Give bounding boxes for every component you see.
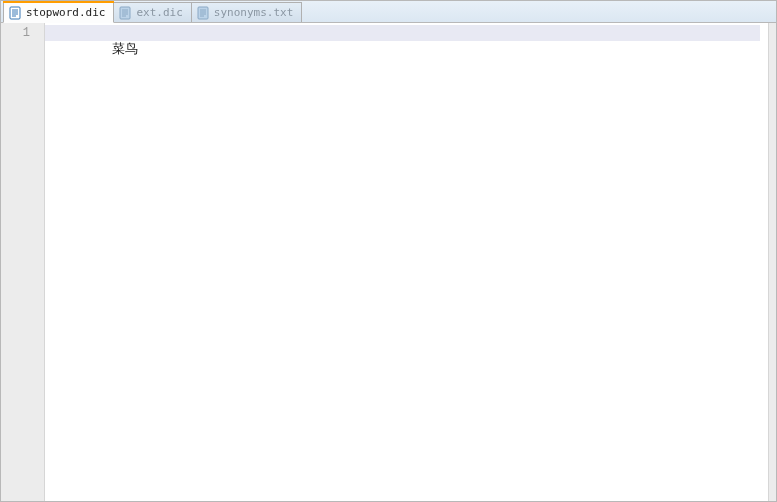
line-gutter: 1 (1, 23, 45, 501)
current-line-highlight (45, 25, 760, 41)
text-content: 菜鸟 (112, 41, 138, 56)
file-icon (118, 6, 132, 20)
tab-label: stopword.dic (26, 6, 105, 19)
right-margin (768, 23, 776, 501)
editor-window: stopword.dic ext.dic (0, 0, 777, 502)
svg-rect-5 (120, 7, 130, 19)
file-icon (8, 6, 22, 20)
file-icon (196, 6, 210, 20)
tab-ext-dic[interactable]: ext.dic (113, 2, 191, 22)
line-number: 1 (1, 25, 44, 41)
tab-label: ext.dic (136, 6, 182, 19)
tab-stopword-dic[interactable]: stopword.dic (3, 2, 114, 23)
editor-area: 1 菜鸟 (1, 23, 776, 501)
svg-rect-10 (198, 7, 208, 19)
text-editor[interactable]: 菜鸟 (45, 23, 768, 501)
tab-label: synonyms.txt (214, 6, 293, 19)
tab-synonyms-txt[interactable]: synonyms.txt (191, 2, 302, 22)
tab-bar: stopword.dic ext.dic (1, 1, 776, 23)
svg-rect-0 (10, 7, 20, 19)
